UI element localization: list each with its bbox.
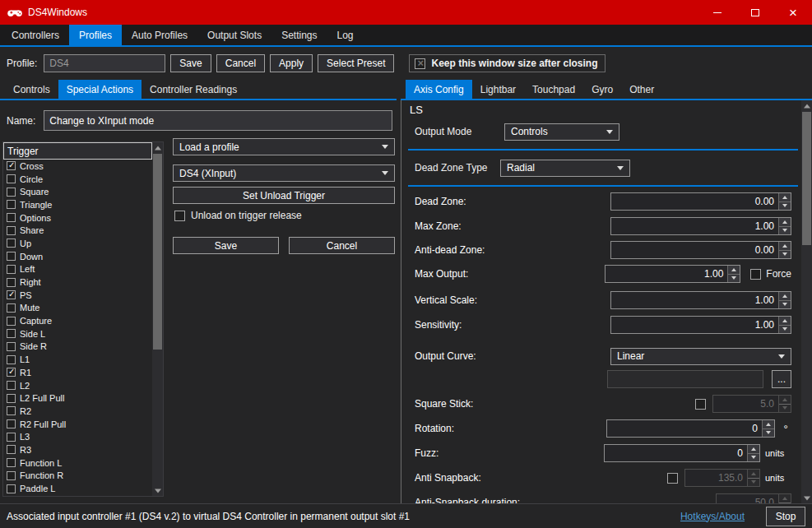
profile-select-dropdown[interactable]: DS4 (XInput) (173, 164, 395, 182)
set-unload-trigger-button[interactable]: Set Unload Trigger (173, 187, 395, 204)
scroll-track[interactable] (801, 111, 812, 493)
trigger-list-item[interactable]: L1 (3, 353, 152, 366)
tab-controllers[interactable]: Controllers (2, 25, 69, 45)
spin-down-icon[interactable] (728, 274, 740, 283)
trigger-checkbox[interactable] (7, 394, 16, 403)
rotation-spinner[interactable]: 0 (606, 419, 775, 438)
select-preset-button[interactable]: Select Preset (318, 54, 394, 72)
trigger-list-item[interactable]: L2 Full Pull (3, 391, 152, 405)
spin-up-icon[interactable] (779, 242, 791, 250)
trigger-list-item[interactable]: Function L (3, 456, 152, 470)
scroll-thumb[interactable] (153, 154, 162, 350)
tab-log[interactable]: Log (327, 25, 364, 45)
trigger-checkbox[interactable] (7, 406, 16, 415)
spin-down-icon[interactable] (779, 226, 791, 235)
close-button[interactable] (774, 0, 812, 25)
cancel-profile-button[interactable]: Cancel (216, 54, 265, 72)
tab-settings[interactable]: Settings (271, 25, 327, 45)
spin-down-icon[interactable] (779, 300, 791, 309)
trigger-list-item[interactable]: L2 (3, 379, 152, 392)
tab-output-slots[interactable]: Output Slots (197, 25, 271, 45)
scroll-thumb[interactable] (802, 112, 811, 245)
trigger-checkbox[interactable] (7, 265, 16, 274)
trigger-checkbox[interactable] (7, 200, 16, 209)
trigger-checkbox[interactable] (7, 458, 16, 467)
trigger-checkbox[interactable] (7, 174, 16, 183)
tab-touchpad[interactable]: Touchpad (524, 80, 583, 99)
trigger-list-item[interactable]: R2 (3, 405, 152, 418)
apply-profile-button[interactable]: Apply (270, 54, 313, 72)
tab-other[interactable]: Other (621, 80, 662, 99)
trigger-list-item[interactable]: R3 (3, 443, 152, 456)
scroll-track[interactable] (152, 153, 163, 485)
trigger-list-item[interactable]: Square (3, 185, 152, 198)
sensitivity-spinner[interactable]: 1.00 (610, 316, 791, 334)
anti-dead-zone-spinner[interactable]: 0.00 (610, 241, 791, 259)
trigger-list-item[interactable]: R1 (3, 366, 152, 379)
trigger-list-item[interactable]: Share (3, 224, 152, 237)
trigger-scrollbar[interactable] (152, 142, 163, 496)
square-stick-spinner[interactable]: 5.0 (712, 395, 791, 413)
trigger-checkbox[interactable] (7, 226, 16, 235)
spin-up-icon[interactable] (748, 470, 759, 478)
spin-down-icon[interactable] (779, 325, 791, 334)
trigger-checkbox[interactable] (7, 368, 16, 377)
spin-up-icon[interactable] (779, 317, 791, 325)
action-save-button[interactable]: Save (173, 237, 279, 254)
tab-gyro[interactable]: Gyro (583, 80, 621, 99)
trigger-checkbox[interactable] (7, 161, 16, 170)
titlebar[interactable]: DS4Windows (0, 0, 812, 25)
action-name-input[interactable] (44, 110, 392, 131)
force-max-output-checkbox[interactable] (750, 269, 761, 280)
spin-down-icon[interactable] (779, 201, 791, 211)
trigger-list-item[interactable]: Right (3, 276, 152, 289)
stop-button[interactable]: Stop (766, 507, 805, 526)
trigger-checkbox[interactable] (7, 213, 16, 222)
trigger-list-item[interactable]: L3 (3, 430, 152, 443)
trigger-list-item[interactable]: Capture (3, 314, 152, 327)
trigger-list-item[interactable]: Options (3, 211, 152, 225)
spin-up-icon[interactable] (779, 218, 791, 226)
tab-auto-profiles[interactable]: Auto Profiles (122, 25, 197, 45)
trigger-list-item[interactable]: R2 Full Pull (3, 418, 152, 431)
save-profile-button[interactable]: Save (170, 54, 211, 72)
load-profile-dropdown[interactable]: Load a profile (173, 138, 395, 155)
spin-up-icon[interactable] (779, 396, 791, 404)
maximize-button[interactable] (736, 0, 774, 25)
trigger-checkbox[interactable] (7, 471, 16, 480)
trigger-checkbox[interactable] (7, 484, 16, 493)
trigger-list-item[interactable]: Triangle (3, 198, 152, 211)
trigger-list-item[interactable]: Up (3, 237, 152, 250)
hotkeys-about-link[interactable]: Hotkeys/About (680, 511, 745, 522)
trigger-list-item[interactable]: Side L (3, 327, 152, 340)
spin-down-icon[interactable] (748, 478, 759, 487)
scroll-down-icon[interactable] (801, 493, 812, 503)
fuzz-spinner[interactable]: 0 (604, 444, 760, 462)
trigger-list-item[interactable]: Cross (3, 160, 152, 173)
trigger-checkbox[interactable] (7, 419, 16, 428)
trigger-checkbox[interactable] (7, 252, 16, 261)
scroll-up-icon[interactable] (801, 100, 812, 111)
spin-down-icon[interactable] (779, 404, 791, 413)
max-zone-spinner[interactable]: 1.00 (610, 217, 791, 235)
minimize-button[interactable] (698, 0, 736, 25)
tab-lightbar[interactable]: Lightbar (472, 80, 524, 99)
spin-down-icon[interactable] (779, 503, 791, 504)
spin-down-icon[interactable] (779, 250, 791, 259)
trigger-checkbox[interactable] (7, 303, 16, 313)
unload-on-release-checkbox[interactable] (174, 211, 185, 221)
action-cancel-button[interactable]: Cancel (289, 237, 395, 254)
trigger-checkbox[interactable] (7, 329, 16, 338)
anti-snapback-checkbox[interactable] (667, 473, 678, 484)
tab-controller-readings[interactable]: Controller Readings (142, 80, 245, 99)
trigger-checkbox[interactable] (7, 278, 16, 287)
trigger-column-header[interactable]: Trigger (3, 142, 152, 160)
trigger-list-item[interactable]: Side R (3, 340, 152, 354)
keep-size-checkbox[interactable] (415, 58, 425, 69)
trigger-checkbox[interactable] (7, 317, 16, 326)
tab-controls[interactable]: Controls (5, 80, 58, 99)
tab-axis-config[interactable]: Axis Config (406, 80, 472, 99)
scroll-down-icon[interactable] (152, 485, 163, 496)
trigger-list-item[interactable]: Paddle L (3, 482, 152, 495)
trigger-checkbox[interactable] (7, 239, 16, 248)
